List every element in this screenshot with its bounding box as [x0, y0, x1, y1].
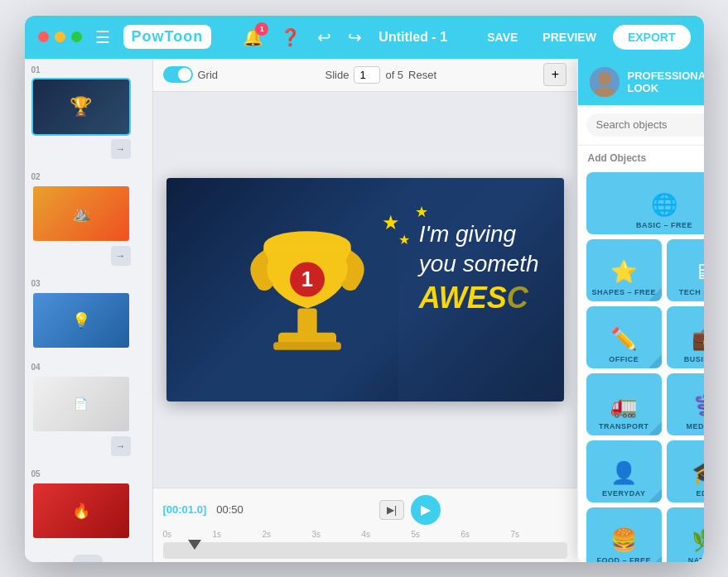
- title-bar-center: 🔔 1 ❓ ↩ ↪ Untitled - 1: [224, 27, 465, 47]
- category-edu[interactable]: 🎓 EDU: [667, 440, 704, 502]
- office-icon: ✏️: [610, 326, 637, 352]
- right-panel: PROFESSIONAL LOOK ▼ 🔍 Add Objects 🌐 BASI…: [577, 59, 704, 562]
- ruler-4s: 4s: [362, 530, 412, 539]
- ruler-5s: 5s: [412, 530, 461, 539]
- slide-preview-1: 🏆: [33, 79, 129, 134]
- category-business[interactable]: 💼 BUSINESS: [667, 306, 704, 368]
- playhead[interactable]: [188, 540, 201, 550]
- canvas-text-line2: you someth: [419, 251, 539, 276]
- frame-step-button[interactable]: ▶|: [379, 500, 404, 520]
- card-corner: [648, 355, 662, 368]
- card-corner: [648, 489, 662, 502]
- slide-canvas[interactable]: ★ ★ ★: [166, 178, 564, 401]
- category-tech-web[interactable]: 🖥 TECH & WEB: [667, 239, 704, 301]
- canvas-text-bold: AWESC: [419, 279, 539, 318]
- category-nature[interactable]: 🌿 NATURE: [667, 507, 704, 562]
- star-3: ★: [398, 232, 410, 248]
- reset-button[interactable]: Reset: [408, 69, 436, 81]
- timeline-area: [00:01.0] 00:50 ▶| ▶ 0s 1s 2s 3s 4s 5s 6…: [153, 488, 577, 562]
- category-food-free[interactable]: 🍔 FOOD – FREE: [586, 507, 663, 562]
- play-controls: ▶| ▶: [253, 495, 567, 525]
- panel-profile: PROFESSIONAL LOOK ▼: [578, 59, 704, 105]
- trophy-area: 1: [241, 203, 374, 385]
- grid-toggle[interactable]: Grid: [163, 66, 219, 83]
- slide-action-btn-4[interactable]: →: [111, 436, 131, 456]
- hamburger-icon[interactable]: ☰: [95, 27, 110, 47]
- play-button[interactable]: ▶: [411, 495, 441, 525]
- basic-free-label: BASIC – FREE: [636, 221, 692, 229]
- slide-item-1[interactable]: 01 🏆 →: [25, 59, 152, 166]
- slide-thumb-5[interactable]: 🔥: [31, 482, 131, 540]
- zoom-in-button[interactable]: +: [543, 63, 566, 86]
- food-free-label: FOOD – FREE: [596, 556, 651, 562]
- category-transport[interactable]: 🚛 TRANSPORT: [586, 373, 663, 435]
- ruler-3s: 3s: [312, 530, 362, 539]
- grid-label: Grid: [198, 69, 219, 81]
- maximize-button[interactable]: [71, 31, 82, 42]
- slide-thumb-2[interactable]: ⛰️: [31, 185, 131, 243]
- grid-switch[interactable]: [163, 66, 193, 83]
- transport-icon: 🚛: [610, 393, 637, 419]
- category-medical[interactable]: ⚕️ MEDICAL: [667, 373, 704, 435]
- current-time: [00:01.0]: [163, 503, 207, 516]
- slide-item-2[interactable]: 02 ⛰️ →: [25, 166, 152, 272]
- slide-item-5[interactable]: 05 🔥: [25, 463, 152, 546]
- help-icon[interactable]: ❓: [280, 27, 301, 47]
- slide-number-2: 02: [31, 172, 41, 181]
- add-objects-label: Add Objects: [578, 146, 704, 167]
- save-button[interactable]: SAVE: [479, 26, 526, 49]
- add-slide-button[interactable]: + Add slide: [70, 555, 107, 562]
- undo-icon[interactable]: ↩: [317, 27, 331, 47]
- transport-label: TRANSPORT: [599, 422, 649, 430]
- slide-number-4: 04: [31, 363, 41, 372]
- shapes-free-label: SHAPES – FREE: [591, 288, 656, 296]
- objects-grid: 🌐 BASIC – FREE ⭐ SHAPES – FREE 🖥 TECH & …: [578, 167, 704, 562]
- export-button[interactable]: EXPORT: [613, 25, 691, 50]
- slide-action-btn-2[interactable]: →: [111, 246, 131, 266]
- star-2: ★: [415, 203, 428, 221]
- food-free-icon: 🍔: [610, 527, 637, 553]
- business-label: BUSINESS: [684, 355, 704, 363]
- svg-point-7: [598, 72, 611, 85]
- minimize-button[interactable]: [55, 31, 65, 42]
- slide-thumb-4[interactable]: 📄: [31, 375, 131, 433]
- timeline-track[interactable]: [163, 542, 567, 559]
- logo: PowToon: [123, 25, 212, 49]
- search-input[interactable]: [596, 118, 704, 131]
- slide-action-btn-1[interactable]: →: [111, 139, 131, 159]
- window-controls: [38, 31, 82, 42]
- slide-of: of 5: [385, 69, 403, 81]
- tech-web-icon: 🖥: [694, 259, 704, 285]
- category-shapes-free[interactable]: ⭐ SHAPES – FREE: [586, 239, 663, 301]
- slide-number-3: 03: [31, 279, 41, 288]
- category-office[interactable]: ✏️ OFFICE: [586, 306, 663, 368]
- slide-item-4[interactable]: 04 📄 →: [25, 356, 152, 463]
- nature-icon: 🌿: [692, 527, 704, 553]
- nature-label: NATURE: [688, 556, 704, 562]
- slide-item-3[interactable]: 03 💡: [25, 272, 152, 356]
- close-button[interactable]: [38, 31, 49, 42]
- slide-number-select[interactable]: 12345: [354, 66, 380, 84]
- notification-icon[interactable]: 🔔 1: [243, 27, 263, 47]
- toggle-knob: [178, 68, 191, 81]
- canvas-area: Grid Slide 12345 of 5 Reset + ★: [153, 59, 577, 562]
- title-bar-right: SAVE PREVIEW EXPORT: [479, 25, 690, 50]
- canvas-stage: ★ ★ ★: [153, 92, 577, 488]
- slide-number-5: 05: [31, 469, 41, 478]
- category-everyday[interactable]: 👤 EVERYDAY: [586, 440, 663, 502]
- notification-badge: 1: [255, 22, 268, 36]
- canvas-text-line1: I'm giving: [419, 221, 516, 247]
- edu-icon: 🎓: [692, 460, 704, 486]
- slide-number-1: 01: [31, 65, 41, 75]
- category-basic-free[interactable]: 🌐 BASIC – FREE: [586, 172, 704, 234]
- office-label: OFFICE: [609, 355, 639, 363]
- ruler-1s: 1s: [213, 530, 263, 539]
- slide-label: Slide: [325, 69, 349, 81]
- preview-button[interactable]: PREVIEW: [534, 26, 605, 49]
- title-bar: ☰ PowToon 🔔 1 ❓ ↩ ↪ Untitled - 1 SAVE PR…: [25, 16, 704, 59]
- svg-text:1: 1: [301, 267, 312, 290]
- search-input-wrap: 🔍: [586, 113, 704, 137]
- redo-icon[interactable]: ↪: [348, 27, 362, 47]
- slide-thumb-1[interactable]: 🏆: [31, 78, 131, 136]
- slide-thumb-3[interactable]: 💡: [31, 291, 131, 349]
